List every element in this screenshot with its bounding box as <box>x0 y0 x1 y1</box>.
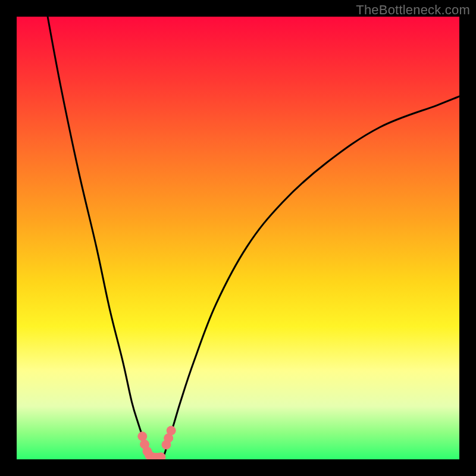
marker-left-0 <box>138 432 147 441</box>
watermark-text: TheBottleneck.com <box>356 2 470 18</box>
marker-left-7 <box>156 453 165 459</box>
chart-svg <box>17 17 459 459</box>
chart-frame: TheBottleneck.com <box>0 0 476 476</box>
curve-left-branch <box>48 17 151 457</box>
curve-right-branch <box>163 96 459 457</box>
plot-area <box>17 17 459 459</box>
marker-right-2 <box>167 426 176 435</box>
